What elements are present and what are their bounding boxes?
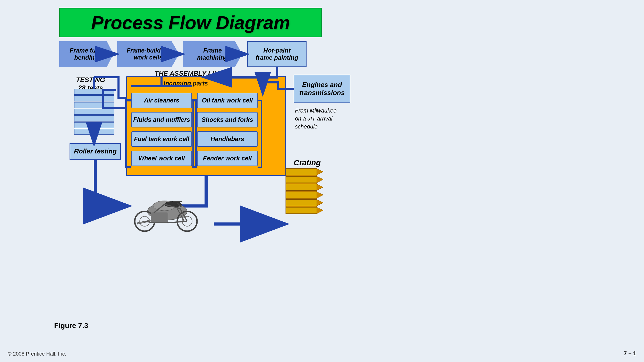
flow-box-frame-building: Frame-building work cells [117,41,179,67]
flow-box-hot-paint: Hot-paint frame painting [247,41,307,67]
svg-rect-2 [74,102,114,108]
svg-rect-12 [286,200,317,206]
crating-visual [283,167,327,216]
svg-marker-15 [317,176,323,183]
figure-label: Figure 7.3 [54,322,88,330]
svg-marker-14 [317,169,323,175]
roller-testing-box: Roller testing [70,143,121,160]
title-banner: Process Flow Diagram [59,8,322,37]
svg-line-43 [154,204,164,213]
svg-rect-9 [286,176,317,183]
svg-point-37 [140,216,150,226]
svg-marker-17 [317,192,323,198]
svg-rect-13 [286,207,317,214]
fluids-mufflers-cell: Fluids and mufflers [131,112,192,127]
svg-point-34 [177,211,197,231]
svg-marker-16 [317,184,323,191]
fuel-tank-cell: Fuel tank work cell [131,131,192,147]
svg-rect-5 [74,122,114,128]
svg-rect-4 [74,116,114,121]
svg-point-33 [165,202,182,207]
fender-work-cell: Fender work cell [197,151,258,166]
copyright: © 2008 Prentice Hall, Inc. [8,351,66,357]
svg-rect-6 [74,129,114,135]
page-number: 7 – 1 [624,350,636,357]
svg-line-46 [168,221,187,223]
from-milwaukee-text: From Milwaukee on a JIT arrival schedule [295,107,336,131]
svg-line-39 [177,209,184,221]
handlebars-cell: Handlebars [197,131,258,147]
svg-rect-7 [286,169,317,214]
flow-box-frame-tube: Frame tube bending [59,41,113,67]
svg-line-40 [177,203,182,207]
svg-marker-19 [317,207,323,214]
air-cleaners-cell: Air cleaners [131,93,192,108]
svg-line-45 [145,221,154,223]
svg-line-38 [180,209,187,221]
flow-box-4-label: Hot-paint frame painting [256,47,298,61]
svg-marker-18 [317,200,323,206]
svg-line-44 [165,204,180,209]
flow-box-2-label: Frame-building work cells [127,47,170,61]
engines-transmissions-box: Engines and transmissions [294,75,350,103]
svg-rect-8 [286,169,317,175]
test-stack [73,89,115,139]
svg-rect-10 [286,184,317,191]
oil-tank-cell: Oil tank work cell [197,93,258,108]
flow-box-frame-machining: Frame machining [183,41,242,67]
page-title: Process Flow Diagram [91,12,290,33]
flow-box-1-label: Frame tube bending [70,47,103,61]
incoming-parts-label: Incoming parts [164,80,208,87]
svg-point-31 [148,203,187,220]
crating-label: Crating [294,158,321,167]
shocks-forks-cell: Shocks and forks [197,112,258,127]
flow-box-3-label: Frame machining [197,47,228,61]
svg-point-36 [135,211,155,231]
wheel-work-cell: Wheel work cell [131,151,192,166]
svg-rect-0 [74,89,114,94]
svg-rect-3 [74,109,114,115]
svg-rect-1 [74,96,114,101]
svg-point-32 [153,201,176,211]
svg-rect-11 [286,192,317,198]
svg-point-35 [182,216,192,226]
svg-rect-42 [151,213,168,223]
